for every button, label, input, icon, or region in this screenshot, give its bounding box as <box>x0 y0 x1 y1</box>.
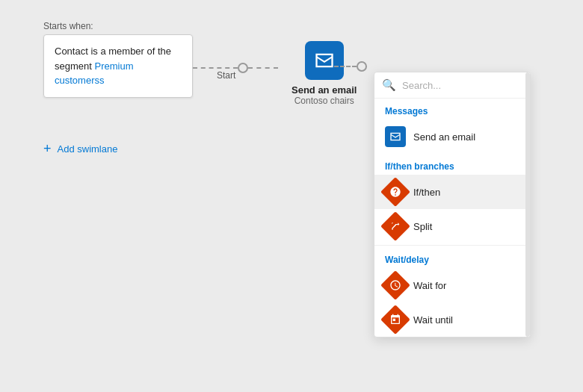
clock-icon <box>389 279 401 291</box>
connector-after-line <box>334 66 357 67</box>
split-arrows-icon <box>389 220 401 232</box>
wait-until-label: Wait until <box>413 314 453 326</box>
email-node-label: Send an email <box>292 84 357 96</box>
search-icon: 🔍 <box>382 78 396 92</box>
starts-when-label: Starts when: <box>43 21 93 31</box>
send-email-icon <box>385 126 406 147</box>
connector-circle-start <box>238 63 248 73</box>
section-wait-delay: Wait/delay <box>374 247 530 268</box>
wait-until-icon <box>380 305 410 335</box>
canvas: Starts when: Contact is a member of the … <box>0 0 583 392</box>
connector-after <box>334 61 367 72</box>
wait-for-label: Wait for <box>413 280 446 291</box>
connector-line-1 <box>193 67 238 69</box>
connector-line-2 <box>248 67 278 69</box>
divider <box>374 245 530 246</box>
email-node[interactable]: Send an email Contoso chairs <box>292 41 357 106</box>
email-small-icon <box>389 131 401 143</box>
send-email-label: Send an email <box>413 131 475 143</box>
search-row: 🔍 <box>374 72 530 99</box>
add-swimlane-label: Add swimlane <box>58 143 118 155</box>
plus-icon: + <box>43 142 52 155</box>
menu-item-wait-until[interactable]: Wait until <box>374 302 530 337</box>
email-icon-box[interactable] <box>305 41 344 80</box>
menu-item-send-email[interactable]: Send an email <box>374 119 530 154</box>
email-node-sublabel: Contoso chairs <box>294 96 354 106</box>
calendar-icon <box>389 314 401 326</box>
trigger-link2[interactable]: s <box>99 75 105 86</box>
connector-circle-after <box>357 61 367 72</box>
dropdown-panel: 🔍 Messages Send an email If/then branche… <box>374 72 531 337</box>
scrollbar[interactable] <box>525 72 530 337</box>
search-input[interactable] <box>402 80 528 91</box>
if-then-icon <box>380 177 410 207</box>
section-messages: Messages <box>374 99 530 119</box>
if-then-label: If/then <box>413 187 440 198</box>
question-icon <box>389 186 401 198</box>
section-if-then: If/then branches <box>374 154 530 175</box>
menu-item-wait-for[interactable]: Wait for <box>374 268 530 302</box>
trigger-box: Contact is a member of the segment Premi… <box>43 34 193 98</box>
start-label: Start <box>217 70 235 81</box>
wait-for-icon <box>380 270 410 300</box>
email-icon <box>314 50 335 71</box>
menu-item-split[interactable]: Split <box>374 209 530 243</box>
add-swimlane-button[interactable]: + Add swimlane <box>43 142 117 155</box>
menu-item-if-then[interactable]: If/then <box>374 175 530 209</box>
split-icon <box>380 211 410 241</box>
split-label: Split <box>413 221 432 232</box>
